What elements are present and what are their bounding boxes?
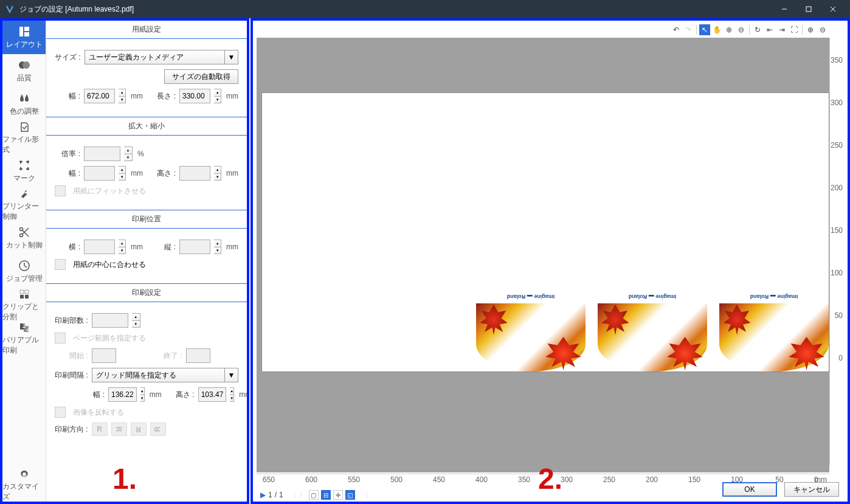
- gap-width-input[interactable]: 136.22: [108, 387, 137, 402]
- annotation-2: 2.: [538, 462, 562, 495]
- pos-v-input[interactable]: [179, 240, 210, 254]
- page-marker-icon: ▶: [260, 491, 266, 499]
- sidebar-item-cut[interactable]: カット制御: [2, 221, 46, 255]
- svg-rect-25: [25, 290, 29, 294]
- pointer-icon[interactable]: ↖: [699, 24, 710, 35]
- svg-rect-6: [24, 32, 29, 36]
- sidebar-item-quality[interactable]: 品質: [2, 54, 46, 88]
- end-input[interactable]: [186, 348, 210, 363]
- sidebar-item-variable[interactable]: 12 バリアブル 印刷: [2, 322, 46, 355]
- fit-checkbox[interactable]: [55, 185, 66, 196]
- fit-screen-icon[interactable]: ⛶: [789, 24, 800, 35]
- sidebar-label: バリアブル 印刷: [2, 335, 46, 356]
- svg-line-23: [24, 266, 27, 268]
- quality-icon: [18, 58, 31, 72]
- zoom-out-icon[interactable]: ⊖: [736, 24, 747, 35]
- sidebar-label: カット制御: [6, 240, 43, 250]
- redo-icon[interactable]: ↷: [683, 24, 694, 35]
- size-label: サイズ :: [55, 52, 81, 63]
- sidebar-item-job[interactable]: ジョブ管理: [2, 255, 46, 288]
- flip-checkbox[interactable]: [55, 407, 66, 418]
- ratio-spinner[interactable]: ▲▼: [124, 147, 133, 161]
- next-page-icon[interactable]: 〉: [299, 490, 306, 500]
- sidebar-label: ファイル形式: [2, 134, 46, 155]
- sidebar-item-printer[interactable]: プリンター制御: [2, 188, 46, 221]
- gap-height-input[interactable]: 103.47: [198, 387, 227, 402]
- prev-page-icon[interactable]: 〈: [289, 490, 297, 500]
- pos-v-label: 縦 :: [150, 242, 176, 252]
- gap-width-label: 幅 :: [79, 390, 105, 400]
- cancel-button[interactable]: キャンセル: [784, 482, 839, 497]
- sidebar-item-clip[interactable]: クリップと分割: [2, 288, 46, 322]
- auto-size-button[interactable]: サイズの自動取得: [164, 69, 238, 84]
- start-input[interactable]: [92, 348, 116, 363]
- center-checkbox[interactable]: [55, 259, 66, 270]
- tile-icon: [18, 288, 31, 300]
- view-crosshair-icon[interactable]: ✛: [333, 490, 343, 500]
- preview-toolbar: ↶ ↷ ↖ ✋ ⊕ ⊖ ↻ ⇤ ⇥ ⛶ ⊕ ⊖: [671, 23, 828, 36]
- sidebar-item-fileformat[interactable]: ファイル形式: [2, 121, 46, 154]
- ruler-vertical: 350 300 250 200 150 100 50 0: [829, 38, 844, 465]
- left-pane: レイアウト 品質 色の調整 ファイル形式 マーク プリンター制御: [0, 18, 249, 504]
- annotation-1: 1.: [112, 462, 137, 495]
- droplet-icon: [18, 92, 31, 105]
- view-single-icon[interactable]: ▢: [309, 490, 319, 500]
- fit-label: 用紙にフィットさせる: [73, 186, 146, 196]
- ok-button[interactable]: OK: [722, 482, 777, 497]
- direction-option-1[interactable]: R: [92, 423, 108, 436]
- svg-point-17: [19, 228, 22, 231]
- titlebar: ジョブの設定 [Autumn leaves2.pdf]: [0, 0, 850, 18]
- direction-option-2[interactable]: R: [111, 423, 127, 436]
- view-info-icon[interactable]: ⊟: [321, 490, 331, 500]
- scale-height-input[interactable]: [179, 166, 210, 181]
- direction-label: 印刷方向 :: [55, 424, 88, 435]
- maximize-button[interactable]: [796, 0, 821, 18]
- minus-icon[interactable]: ⊖: [817, 24, 828, 35]
- svg-rect-1: [806, 7, 811, 12]
- fit-width-icon[interactable]: ⇤: [764, 24, 775, 35]
- direction-option-3[interactable]: R: [131, 423, 147, 436]
- length-spinner[interactable]: ▲▼: [214, 89, 221, 103]
- range-checkbox[interactable]: [55, 333, 66, 343]
- ratio-input[interactable]: [84, 147, 120, 161]
- sidebar-label: プリンター制御: [2, 201, 46, 222]
- svg-text:1: 1: [22, 322, 26, 330]
- size-select[interactable]: ユーザー定義カットメディア ▼: [85, 50, 238, 64]
- copies-input[interactable]: [92, 313, 128, 328]
- sidebar-item-mark[interactable]: マーク: [2, 154, 46, 188]
- fit-height-icon[interactable]: ⇥: [776, 24, 787, 35]
- scroll-left-icon[interactable]: 〈: [361, 490, 368, 500]
- svg-rect-26: [20, 295, 24, 299]
- chevron-down-icon: ▼: [224, 50, 238, 64]
- hand-icon[interactable]: ✋: [711, 24, 722, 35]
- rotate-icon[interactable]: ↻: [752, 24, 763, 35]
- sidebar-label: レイアウト: [6, 40, 43, 50]
- svg-rect-5: [24, 27, 29, 31]
- pos-h-input[interactable]: [84, 240, 115, 254]
- gap-height-label: 高さ :: [169, 390, 195, 400]
- sidebar-item-layout[interactable]: レイアウト: [2, 21, 46, 54]
- length-input[interactable]: 330.00: [179, 89, 210, 103]
- sidebar-label: 色の調整: [10, 106, 39, 117]
- preview-thumbnail: Imagine ▬ Roland: [476, 292, 586, 371]
- scale-height-label: 高さ :: [150, 168, 176, 179]
- scale-width-input[interactable]: [84, 166, 115, 181]
- close-button[interactable]: [821, 0, 845, 18]
- minimize-button[interactable]: [772, 0, 796, 18]
- svg-text:2: 2: [26, 324, 30, 333]
- preview-canvas-area[interactable]: Imagine ▬ Roland Imagine ▬ Roland Imagin…: [257, 38, 829, 472]
- undo-icon[interactable]: ↶: [671, 24, 682, 35]
- direction-option-4[interactable]: R: [150, 423, 166, 436]
- zoom-in-icon[interactable]: ⊕: [724, 24, 734, 35]
- sidebar-item-customize[interactable]: カスタマイズ: [2, 468, 46, 502]
- gap-select[interactable]: グリッド間隔を指定する ▼: [92, 368, 238, 382]
- plus-icon[interactable]: ⊕: [805, 24, 816, 35]
- sidebar-label: ジョブ管理: [6, 274, 43, 284]
- svg-point-18: [19, 234, 22, 237]
- sidebar-label: クリップと分割: [2, 302, 46, 322]
- width-spinner[interactable]: ▲▼: [119, 89, 126, 103]
- sidebar-item-color[interactable]: 色の調整: [2, 88, 46, 121]
- width-input[interactable]: 672.00: [84, 89, 115, 103]
- sidebar-label: カスタマイズ: [2, 482, 46, 502]
- view-person-icon[interactable]: ◱: [345, 490, 355, 500]
